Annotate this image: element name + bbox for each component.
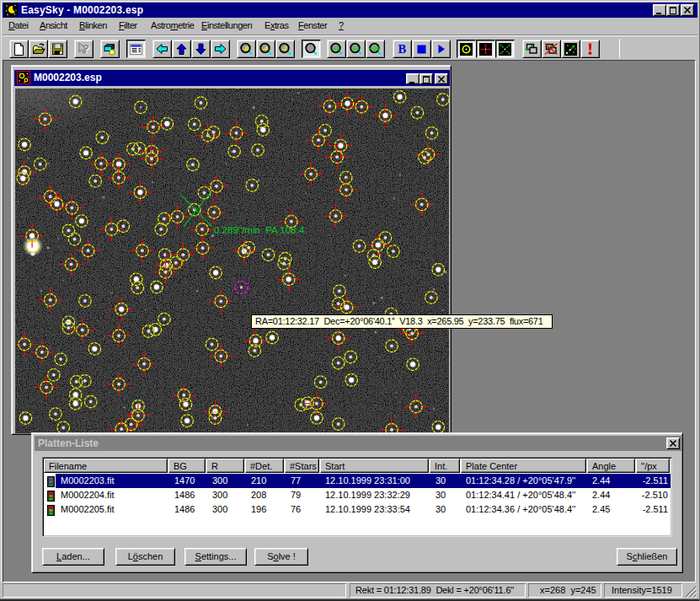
svg-text:+2: +2 — [332, 45, 339, 52]
svg-text:+16: +16 — [369, 45, 380, 52]
svg-text:-8: -8 — [243, 45, 248, 52]
svg-text:-2: -2 — [281, 45, 287, 52]
svg-text:+4: +4 — [351, 45, 359, 52]
svg-text:0.289''/min PA 108.4: 0.289''/min PA 108.4 — [214, 225, 305, 235]
svg-text:-4: -4 — [262, 45, 268, 52]
svg-text:B: B — [398, 42, 407, 56]
